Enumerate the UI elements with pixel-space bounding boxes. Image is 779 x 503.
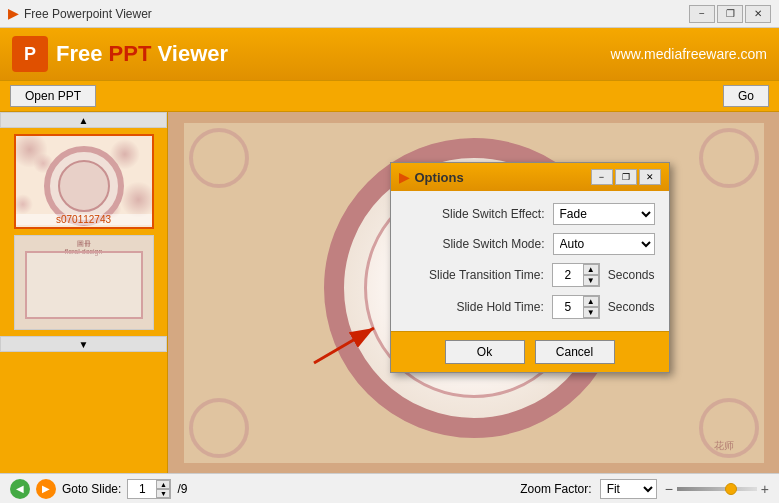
dialog-restore-button[interactable]: ❐ xyxy=(615,169,637,185)
slide-watermark: 花师 xyxy=(714,439,734,453)
goto-spin: ▲ ▼ xyxy=(127,479,171,499)
zoom-select[interactable]: Fit 25% 50% 75% 100% 150% 200% xyxy=(600,479,657,499)
slide-hold-time-label: Slide Hold Time: xyxy=(405,300,544,314)
prev-button[interactable]: ◀ xyxy=(10,479,30,499)
sidebar-scroll-up[interactable]: ▲ xyxy=(0,112,167,128)
hold-spin-up[interactable]: ▲ xyxy=(583,296,599,307)
close-button[interactable]: ✕ xyxy=(745,5,771,23)
title-bar-controls: − ❐ ✕ xyxy=(689,5,771,23)
logo-free: Free xyxy=(56,41,109,66)
goto-spin-arrows: ▲ ▼ xyxy=(156,480,170,498)
dialog-minimize-button[interactable]: − xyxy=(591,169,613,185)
dialog-footer: Ok Cancel xyxy=(391,331,669,372)
toolbar: Open PPT Go xyxy=(0,80,779,112)
hold-seconds-label: Seconds xyxy=(608,300,655,314)
website-link: www.mediafreeware.com xyxy=(611,46,767,62)
dialog-close-button[interactable]: ✕ xyxy=(639,169,661,185)
zoom-slider-thumb[interactable] xyxy=(725,483,737,495)
app-icon-small: ▶ xyxy=(8,6,18,21)
goto-spin-up[interactable]: ▲ xyxy=(156,480,170,489)
slide-hold-time-spin: 5 ▲ ▼ xyxy=(552,295,600,319)
dialog-titlebar: ▶ Options − ❐ ✕ xyxy=(391,163,669,191)
slide-hold-time-row: Slide Hold Time: 5 ▲ ▼ Seconds xyxy=(405,295,655,319)
svg-line-1 xyxy=(314,328,374,363)
transition-spin-arrows: ▲ ▼ xyxy=(583,264,599,286)
app-logo: P Free PPT Viewer xyxy=(12,36,228,72)
slide-switch-effect-select[interactable]: Fade None Slide xyxy=(553,203,655,225)
total-slides: /9 xyxy=(177,482,187,496)
slide-transition-time-label: Slide Transition Time: xyxy=(405,268,544,282)
hold-spin-down[interactable]: ▼ xyxy=(583,307,599,318)
main-content: ▲ s070112743 圖冊floral design ▼ xyxy=(0,112,779,473)
zoom-slider-container: − + xyxy=(665,481,769,497)
dialog-titlebar-left: ▶ Options xyxy=(399,170,464,185)
red-arrow xyxy=(304,318,404,368)
zoom-label: Zoom Factor: xyxy=(520,482,591,496)
open-ppt-button[interactable]: Open PPT xyxy=(10,85,96,107)
corner-circle-tl xyxy=(189,128,249,188)
transition-spin-down[interactable]: ▼ xyxy=(583,275,599,286)
sidebar-scroll-down[interactable]: ▼ xyxy=(0,336,167,352)
restore-button[interactable]: ❐ xyxy=(717,5,743,23)
corner-circle-bl xyxy=(189,398,249,458)
sidebar: ▲ s070112743 圖冊floral design ▼ xyxy=(0,112,168,473)
slide-switch-effect-label: Slide Switch Effect: xyxy=(405,207,545,221)
slide-thumb-2[interactable]: 圖冊floral design xyxy=(14,235,154,330)
corner-circle-tr xyxy=(699,128,759,188)
dialog-titlebar-controls: − ❐ ✕ xyxy=(591,169,661,185)
slide-transition-time-spin: 2 ▲ ▼ xyxy=(552,263,600,287)
logo-ppt: PPT xyxy=(109,41,152,66)
goto-spin-down[interactable]: ▼ xyxy=(156,489,170,498)
hold-spin-arrows: ▲ ▼ xyxy=(583,296,599,318)
go-button[interactable]: Go xyxy=(723,85,769,107)
slide1-inner xyxy=(58,160,110,212)
status-bar: ◀ ▶ Goto Slide: ▲ ▼ /9 Zoom Factor: Fit … xyxy=(0,473,779,503)
ok-button[interactable]: Ok xyxy=(445,340,525,364)
dialog-title: Options xyxy=(415,170,464,185)
canvas-area: 花师 ▶ Options − ❐ xyxy=(168,112,779,473)
zoom-slider[interactable] xyxy=(677,487,757,491)
slide2-border xyxy=(25,251,143,319)
status-right: Zoom Factor: Fit 25% 50% 75% 100% 150% 2… xyxy=(520,479,769,499)
slide-thumb-1[interactable]: s070112743 xyxy=(14,134,154,229)
zoom-slider-track xyxy=(677,487,757,491)
slide-switch-mode-row: Slide Switch Mode: Auto Manual xyxy=(405,233,655,255)
logo-icon: P xyxy=(12,36,48,72)
dialog-icon: ▶ xyxy=(399,170,409,185)
dialog-content: Slide Switch Effect: Fade None Slide Sli… xyxy=(391,191,669,331)
slide-transition-time-row: Slide Transition Time: 2 ▲ ▼ Seconds xyxy=(405,263,655,287)
transition-spin-up[interactable]: ▲ xyxy=(583,264,599,275)
options-dialog: ▶ Options − ❐ ✕ Slide Switch Effect: Fad… xyxy=(390,162,670,373)
zoom-minus-icon[interactable]: − xyxy=(665,481,673,497)
zoom-plus-icon[interactable]: + xyxy=(761,481,769,497)
logo-text: Free PPT Viewer xyxy=(56,41,228,67)
minimize-button[interactable]: − xyxy=(689,5,715,23)
slide-switch-effect-row: Slide Switch Effect: Fade None Slide xyxy=(405,203,655,225)
logo-viewer: Viewer xyxy=(151,41,228,66)
status-left: ◀ ▶ Goto Slide: ▲ ▼ /9 xyxy=(10,479,187,499)
next-button[interactable]: ▶ xyxy=(36,479,56,499)
slide1-label: s070112743 xyxy=(16,214,152,225)
slide-switch-mode-select[interactable]: Auto Manual xyxy=(553,233,655,255)
logo-letter: P xyxy=(24,44,36,65)
cancel-button[interactable]: Cancel xyxy=(535,340,615,364)
app-header: P Free PPT Viewer www.mediafreeware.com xyxy=(0,28,779,80)
goto-label: Goto Slide: xyxy=(62,482,121,496)
slide-transition-time-input[interactable]: 2 xyxy=(553,264,583,286)
slide2-bg: 圖冊floral design xyxy=(15,236,153,329)
transition-seconds-label: Seconds xyxy=(608,268,655,282)
app-title: Free Powerpoint Viewer xyxy=(24,7,152,21)
goto-input[interactable] xyxy=(128,480,156,498)
title-bar: ▶ Free Powerpoint Viewer − ❐ ✕ xyxy=(0,0,779,28)
slide-hold-time-input[interactable]: 5 xyxy=(553,296,583,318)
slide-switch-mode-label: Slide Switch Mode: xyxy=(405,237,545,251)
title-bar-left: ▶ Free Powerpoint Viewer xyxy=(8,6,152,21)
